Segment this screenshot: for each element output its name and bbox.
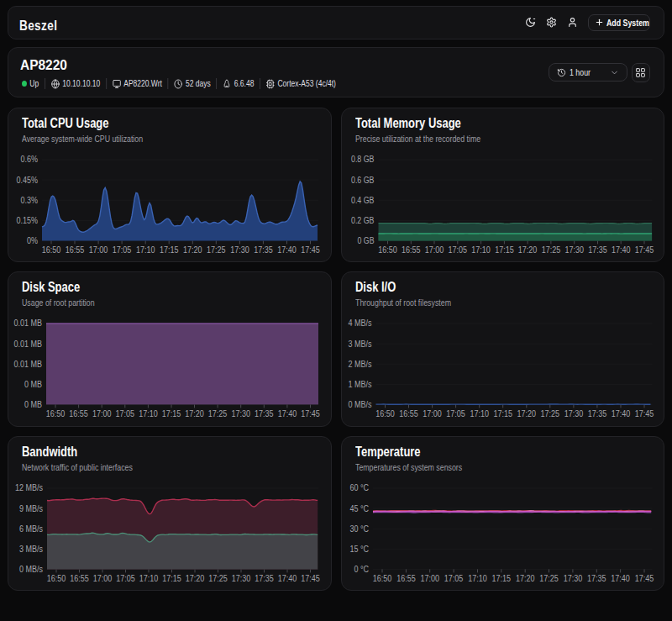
svg-text:17:00: 17:00	[89, 245, 108, 255]
svg-text:17:10: 17:10	[136, 245, 155, 255]
svg-text:0.01 MB: 0.01 MB	[14, 318, 43, 328]
svg-text:17:35: 17:35	[587, 574, 606, 583]
svg-text:16:55: 16:55	[66, 245, 85, 255]
svg-text:17:00: 17:00	[93, 574, 113, 583]
svg-text:3 MB/s: 3 MB/s	[19, 544, 43, 553]
svg-text:17:10: 17:10	[468, 574, 487, 583]
svg-text:1 MB/s: 1 MB/s	[348, 380, 371, 389]
svg-text:60 °C: 60 °C	[349, 483, 369, 492]
svg-text:17:25: 17:25	[208, 574, 228, 583]
svg-text:6 MB/s: 6 MB/s	[19, 524, 43, 533]
svg-text:17:35: 17:35	[255, 574, 274, 583]
svg-text:17:35: 17:35	[255, 409, 274, 418]
svg-text:2 MB/s: 2 MB/s	[348, 360, 371, 369]
svg-text:16:55: 16:55	[402, 245, 421, 255]
svg-text:16:55: 16:55	[69, 409, 88, 418]
svg-text:17:25: 17:25	[207, 245, 226, 255]
svg-text:17:00: 17:00	[420, 574, 439, 583]
svg-text:16:50: 16:50	[375, 409, 395, 418]
svg-text:17:25: 17:25	[541, 245, 560, 255]
svg-text:17:35: 17:35	[254, 245, 273, 255]
svg-text:3 MB/s: 3 MB/s	[348, 339, 371, 349]
svg-text:0 MB/s: 0 MB/s	[348, 400, 371, 409]
svg-text:17:15: 17:15	[162, 574, 181, 583]
svg-text:17:00: 17:00	[423, 409, 442, 418]
svg-text:17:05: 17:05	[446, 409, 465, 418]
svg-text:0.01 MB: 0.01 MB	[14, 339, 43, 349]
svg-text:0.01 MB: 0.01 MB	[14, 360, 43, 369]
svg-text:17:25: 17:25	[208, 409, 228, 418]
svg-text:17:20: 17:20	[517, 245, 537, 255]
svg-text:17:20: 17:20	[183, 245, 202, 255]
svg-text:17:15: 17:15	[160, 245, 179, 255]
svg-text:17:10: 17:10	[139, 409, 158, 418]
svg-text:17:10: 17:10	[471, 245, 491, 255]
svg-text:17:30: 17:30	[232, 574, 251, 583]
svg-text:17:40: 17:40	[611, 409, 630, 418]
svg-text:17:05: 17:05	[116, 574, 135, 583]
svg-text:0%: 0%	[27, 235, 38, 245]
svg-text:17:45: 17:45	[301, 574, 320, 583]
svg-text:17:40: 17:40	[278, 409, 297, 418]
svg-text:17:25: 17:25	[540, 409, 559, 418]
svg-text:17:30: 17:30	[564, 245, 584, 255]
svg-text:17:05: 17:05	[448, 245, 467, 255]
svg-text:17:15: 17:15	[493, 409, 512, 418]
svg-text:30 °C: 30 °C	[349, 524, 369, 533]
svg-text:17:45: 17:45	[634, 574, 654, 583]
svg-text:17:30: 17:30	[231, 409, 250, 418]
svg-text:17:40: 17:40	[611, 574, 630, 583]
svg-text:0.6 GB: 0.6 GB	[351, 175, 375, 184]
svg-text:16:50: 16:50	[372, 574, 391, 583]
svg-text:17:25: 17:25	[539, 574, 559, 583]
svg-text:0.2 GB: 0.2 GB	[351, 215, 375, 224]
svg-text:4 MB/s: 4 MB/s	[348, 318, 371, 328]
svg-text:16:55: 16:55	[70, 574, 89, 583]
svg-text:17:30: 17:30	[563, 574, 582, 583]
svg-text:17:15: 17:15	[495, 245, 514, 255]
svg-text:0.8 GB: 0.8 GB	[351, 155, 375, 164]
svg-text:16:55: 16:55	[396, 574, 416, 583]
svg-text:17:45: 17:45	[634, 245, 654, 255]
svg-text:17:30: 17:30	[230, 245, 249, 255]
svg-text:17:05: 17:05	[444, 574, 463, 583]
svg-text:17:00: 17:00	[92, 409, 112, 418]
svg-text:17:20: 17:20	[185, 409, 204, 418]
svg-text:0.45%: 0.45%	[17, 175, 39, 184]
svg-text:0.3%: 0.3%	[21, 195, 39, 204]
svg-text:17:40: 17:40	[278, 574, 297, 583]
svg-text:0 GB: 0 GB	[357, 235, 374, 245]
svg-text:17:20: 17:20	[186, 574, 205, 583]
svg-text:17:30: 17:30	[564, 409, 583, 418]
svg-text:17:45: 17:45	[301, 409, 320, 418]
svg-text:17:05: 17:05	[113, 245, 132, 255]
svg-text:16:50: 16:50	[378, 245, 397, 255]
svg-text:17:40: 17:40	[611, 245, 630, 255]
svg-text:17:05: 17:05	[116, 409, 135, 418]
svg-text:0.4 GB: 0.4 GB	[351, 195, 375, 204]
svg-text:17:10: 17:10	[139, 574, 159, 583]
svg-text:12 MB/s: 12 MB/s	[15, 483, 43, 492]
svg-text:0.15%: 0.15%	[17, 215, 39, 224]
svg-text:0 °C: 0 °C	[354, 564, 369, 573]
svg-text:17:10: 17:10	[470, 409, 489, 418]
svg-text:17:45: 17:45	[634, 409, 654, 418]
svg-text:0 MB: 0 MB	[24, 400, 42, 409]
svg-text:17:15: 17:15	[491, 574, 511, 583]
svg-text:16:50: 16:50	[47, 574, 66, 583]
svg-text:17:40: 17:40	[277, 245, 297, 255]
svg-text:17:35: 17:35	[588, 245, 607, 255]
svg-text:17:20: 17:20	[515, 574, 534, 583]
svg-text:0 MB/s: 0 MB/s	[19, 564, 43, 573]
svg-text:17:00: 17:00	[424, 245, 444, 255]
svg-text:16:50: 16:50	[42, 245, 61, 255]
svg-text:45 °C: 45 °C	[349, 503, 369, 513]
svg-text:0 MB: 0 MB	[24, 380, 42, 389]
svg-text:16:50: 16:50	[46, 409, 66, 418]
svg-text:15 °C: 15 °C	[349, 544, 369, 553]
svg-text:17:35: 17:35	[587, 409, 606, 418]
svg-text:17:20: 17:20	[517, 409, 536, 418]
svg-text:17:15: 17:15	[162, 409, 181, 418]
svg-text:9 MB/s: 9 MB/s	[19, 503, 43, 513]
svg-text:16:55: 16:55	[399, 409, 418, 418]
